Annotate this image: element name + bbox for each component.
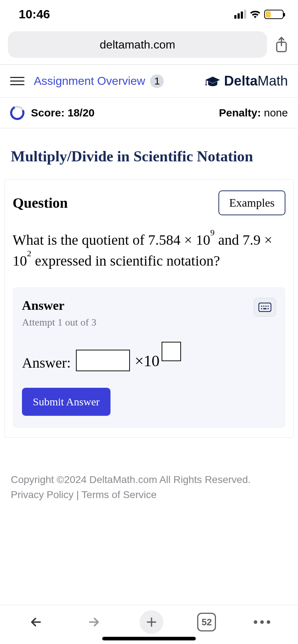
svg-point-6 bbox=[265, 305, 267, 307]
score-row: Score: 18/20 Penalty: none bbox=[0, 98, 298, 128]
examples-button[interactable]: Examples bbox=[218, 190, 285, 215]
tabs-count: 52 bbox=[202, 617, 212, 628]
browser-url-row: deltamath.com bbox=[0, 28, 298, 65]
share-icon bbox=[274, 36, 289, 53]
svg-point-4 bbox=[261, 305, 262, 307]
status-bar: 10:46 bbox=[0, 0, 298, 28]
section-title: Multiply/Divide in Scientific Notation bbox=[0, 128, 298, 179]
question-heading: Question bbox=[13, 194, 68, 211]
progress-spinner-icon bbox=[8, 104, 26, 122]
arrow-right-icon bbox=[87, 615, 101, 629]
svg-point-10 bbox=[267, 308, 269, 309]
attempt-label: Attempt 1 out of 3 bbox=[22, 317, 96, 328]
answer-panel: Answer Attempt 1 out of 3 Answer: ×10 Su… bbox=[13, 287, 285, 428]
times-ten-label: ×10 bbox=[135, 352, 181, 371]
new-tab-button[interactable] bbox=[140, 610, 163, 634]
site-header: Assignment Overview 1 DeltaMath bbox=[0, 65, 298, 98]
svg-point-5 bbox=[263, 305, 265, 307]
svg-point-2 bbox=[205, 84, 207, 86]
back-button[interactable] bbox=[24, 610, 48, 634]
url-text: deltamath.com bbox=[100, 38, 175, 51]
wifi-icon bbox=[249, 10, 261, 19]
share-button[interactable] bbox=[273, 36, 290, 53]
more-icon bbox=[254, 620, 270, 624]
question-card: Question Examples What is the quotient o… bbox=[4, 179, 294, 438]
hamburger-menu-button[interactable] bbox=[10, 74, 24, 88]
svg-rect-9 bbox=[263, 308, 267, 309]
keyboard-icon bbox=[258, 303, 271, 312]
home-indicator bbox=[102, 637, 196, 640]
terms-link[interactable]: Terms of Service bbox=[82, 489, 157, 500]
assignment-overview-link[interactable]: Assignment Overview bbox=[34, 74, 145, 88]
brand-logo[interactable]: DeltaMath bbox=[205, 73, 288, 89]
cellular-icon bbox=[234, 10, 246, 19]
penalty-label: Penalty: none bbox=[219, 107, 288, 119]
keyboard-toggle-button[interactable] bbox=[254, 298, 276, 317]
exponent-input[interactable] bbox=[162, 342, 181, 361]
question-text: What is the quotient of 7.584 × 109 and … bbox=[13, 230, 285, 271]
svg-rect-3 bbox=[259, 303, 271, 312]
answer-input-line: Answer: ×10 bbox=[22, 350, 276, 371]
submit-answer-button[interactable]: Submit Answer bbox=[22, 388, 110, 416]
coefficient-input[interactable] bbox=[76, 350, 130, 371]
answer-title: Answer bbox=[22, 298, 96, 313]
svg-point-8 bbox=[261, 308, 262, 309]
arrow-left-icon bbox=[29, 615, 43, 629]
privacy-policy-link[interactable]: Privacy Policy bbox=[11, 489, 73, 500]
more-button[interactable] bbox=[250, 610, 274, 634]
graduation-cap-icon bbox=[205, 76, 221, 87]
forward-button[interactable] bbox=[82, 610, 106, 634]
overview-count-badge: 1 bbox=[150, 74, 164, 88]
answer-line-label: Answer: bbox=[22, 354, 71, 371]
tabs-button[interactable]: 52 bbox=[197, 613, 216, 631]
footer-legal: Copyright ©2024 DeltaMath.com All Rights… bbox=[0, 438, 298, 510]
svg-point-7 bbox=[267, 305, 269, 307]
plus-icon bbox=[145, 616, 158, 628]
copyright-text: Copyright ©2024 DeltaMath.com All Rights… bbox=[11, 472, 287, 487]
status-time: 10:46 bbox=[19, 7, 50, 21]
score-label: Score: 18/20 bbox=[31, 107, 95, 119]
battery-icon bbox=[264, 10, 284, 19]
url-bar[interactable]: deltamath.com bbox=[8, 31, 267, 58]
status-indicators bbox=[234, 10, 284, 19]
